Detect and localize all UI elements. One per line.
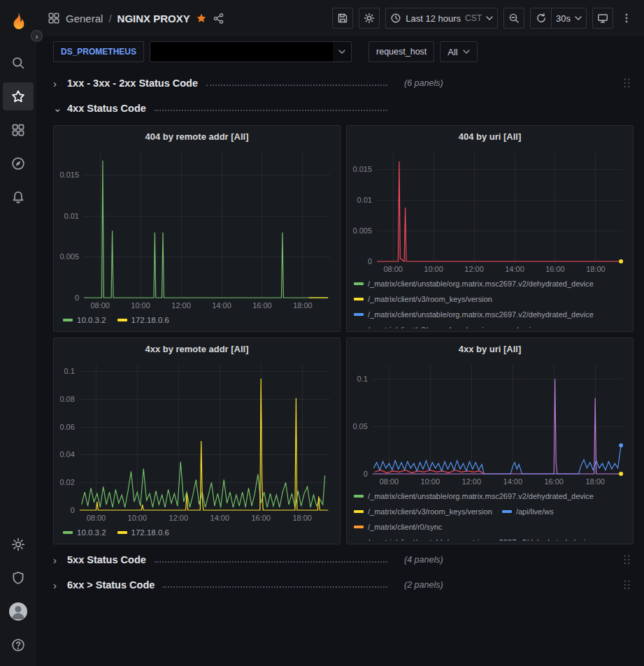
panel-title[interactable]: 4xx by remote addr [All] [54, 338, 340, 359]
sidebar-expand-button[interactable]: › [31, 30, 43, 42]
svg-text:14:00: 14:00 [503, 477, 523, 486]
svg-text:0.01: 0.01 [357, 196, 372, 204]
panel-title[interactable]: 4xx by uri [All] [347, 338, 633, 359]
time-series-chart[interactable]: 00.020.040.060.080.108:0010:0012:0014:00… [54, 359, 340, 524]
variable-datasource-select[interactable] [150, 41, 352, 62]
panel-title[interactable]: 404 by remote addr [All] [54, 126, 340, 147]
sidebar-item-explore[interactable] [3, 147, 34, 180]
svg-text:0.08: 0.08 [59, 395, 74, 403]
svg-text:10:00: 10:00 [131, 301, 150, 310]
variable-request-host-label-box: request_host [368, 41, 434, 62]
sidebar-item-dashboards[interactable] [3, 113, 34, 147]
chevron-right-icon: › [36, 31, 38, 41]
dashboard-settings-button[interactable] [359, 8, 380, 29]
time-series-chart[interactable]: 00.0050.010.01508:0010:0012:0014:0016:00… [54, 147, 340, 312]
legend-item[interactable]: /_matrix/client/v3/room_keys/version [354, 324, 492, 328]
variable-datasource-label: DS_PROMETHEUS [61, 47, 136, 57]
refresh-button[interactable] [530, 8, 551, 29]
row-header-5xx[interactable]: › 5xx Status Code (4 panels) [53, 550, 634, 570]
legend-label: /_matrix/client/unstable/org.matrix.msc2… [368, 492, 594, 500]
grafana-logo[interactable] [4, 7, 32, 36]
zoom-out-button[interactable] [503, 8, 524, 29]
search-icon [11, 56, 25, 70]
row-header-6xx[interactable]: › 6xx > Status Code (2 panels) [53, 575, 634, 595]
panel-count: (4 panels) [404, 555, 443, 565]
legend-item[interactable]: /sw.js [502, 324, 535, 328]
chevron-down-icon: ⌄ [53, 102, 67, 115]
sidebar-nav [3, 46, 34, 214]
sidebar-item-server-admin[interactable] [3, 561, 34, 595]
row-drag-handle[interactable] [623, 78, 631, 89]
chevron-down-icon [575, 16, 582, 20]
legend-label: 172.18.0.6 [131, 316, 169, 324]
row-header-1xx-3xx-2xx[interactable]: › 1xx - 3xx - 2xx Status Code (6 panels) [53, 73, 634, 93]
legend-item[interactable]: /_matrix/client/v3/room_keys/version [354, 293, 492, 305]
sidebar-item-profile[interactable] [3, 595, 34, 628]
svg-text:10:00: 10:00 [424, 265, 443, 273]
svg-text:12:00: 12:00 [464, 265, 484, 273]
legend-item[interactable]: /_matrix/client/r0/sync [354, 521, 442, 533]
panel-title[interactable]: 404 by uri [All] [347, 126, 633, 147]
help-icon [11, 638, 25, 652]
legend-label: /_matrix/client/v3/room_keys/version [368, 326, 492, 329]
svg-text:16:00: 16:00 [545, 265, 565, 273]
legend-item[interactable]: /_matrix/client/unstable/org.matrix.msc2… [354, 308, 594, 320]
legend-item[interactable]: 172.18.0.6 [117, 314, 169, 326]
legend-label: /_matrix/client/v3/room_keys/version [368, 507, 492, 516]
sidebar-item-starred[interactable] [3, 82, 34, 110]
row-header-4xx[interactable]: ⌄ 4xx Status Code [53, 99, 634, 118]
legend-swatch [354, 328, 364, 329]
time-series-chart[interactable]: 00.0050.010.01508:0010:0012:0014:0016:00… [347, 147, 633, 275]
time-series-chart[interactable]: 00.050.108:0010:0012:0014:0016:0018:00 [347, 359, 633, 488]
row-title: 4xx Status Code [67, 103, 146, 114]
legend-item[interactable]: 10.0.3.2 [63, 314, 106, 326]
chart-svg: 00.0050.010.01508:0010:0012:0014:0016:00… [347, 147, 633, 275]
breadcrumb-separator: / [108, 13, 111, 24]
chart-svg: 00.050.108:0010:0012:0014:0016:0018:00 [347, 359, 633, 488]
chevron-down-icon [463, 50, 470, 54]
sidebar-item-help[interactable] [3, 628, 34, 662]
row-title-wrap: 4xx Status Code [67, 103, 394, 114]
legend-swatch [502, 328, 512, 329]
sidebar-item-configuration[interactable] [3, 528, 34, 561]
time-picker-button[interactable]: Last 12 hours CST [385, 8, 498, 29]
more-menu-button[interactable] [619, 8, 634, 29]
apps-icon[interactable] [48, 12, 60, 24]
legend-swatch [354, 541, 364, 542]
svg-text:0: 0 [71, 506, 75, 514]
variable-request-host-select[interactable]: All [440, 41, 477, 62]
chevron-down-icon [486, 16, 493, 20]
legend-item[interactable]: /_matrix/client/v3/room_keys/version [354, 505, 492, 517]
svg-text:0.1: 0.1 [64, 367, 75, 375]
svg-text:14:00: 14:00 [210, 514, 230, 522]
legend-item[interactable]: /api/live/ws [502, 505, 554, 517]
legend-item[interactable]: /_matrix/client/unstable/org.matrix.msc2… [354, 536, 594, 541]
legend-item[interactable]: /_matrix/client/unstable/org.matrix.msc2… [354, 277, 594, 289]
dashboard-title: NGINX PROXY [117, 13, 190, 24]
favorite-star-icon[interactable] [196, 13, 207, 24]
row-drag-handle[interactable] [623, 554, 631, 565]
sidebar-item-alerting[interactable] [3, 180, 34, 214]
svg-text:08:00: 08:00 [87, 514, 106, 522]
variable-datasource-label-box[interactable]: DS_PROMETHEUS [53, 41, 144, 62]
dashboard-content: › 1xx - 3xx - 2xx Status Code (6 panels)… [36, 68, 644, 666]
share-icon[interactable] [213, 13, 224, 24]
row-title-wrap: 6xx > Status Code [67, 579, 394, 591]
top-bar: General / NGINX PROXY [36, 0, 644, 36]
legend-item[interactable]: 10.0.3.2 [63, 526, 106, 538]
svg-text:08:00: 08:00 [383, 265, 403, 273]
tv-mode-button[interactable] [592, 8, 613, 29]
row-drag-handle[interactable] [623, 579, 631, 591]
breadcrumb-section[interactable]: General [66, 13, 103, 24]
svg-text:10:00: 10:00 [421, 477, 441, 486]
legend-item[interactable]: /_matrix/client/unstable/org.matrix.msc2… [354, 490, 594, 502]
save-dashboard-button[interactable] [332, 8, 353, 29]
legend-item[interactable]: 172.18.0.6 [117, 526, 169, 538]
dotted-leader [155, 561, 387, 563]
svg-text:0.04: 0.04 [59, 450, 74, 458]
dotted-leader [155, 110, 387, 111]
refresh-interval-button[interactable]: 30s [551, 8, 587, 29]
sidebar-item-search[interactable] [3, 46, 34, 80]
row-title: 6xx > Status Code [67, 579, 155, 591]
variable-datasource-value [150, 42, 333, 61]
